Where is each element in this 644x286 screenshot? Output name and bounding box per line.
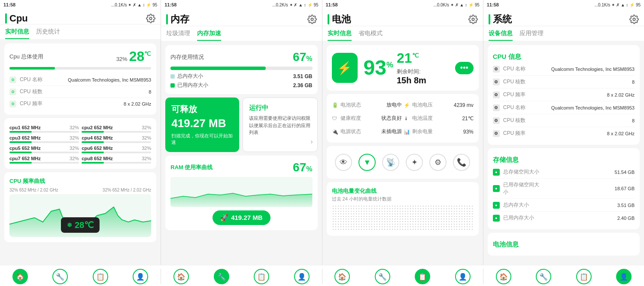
nav-home-sys[interactable]: 🏠 bbox=[496, 269, 511, 284]
toggle-bluetooth[interactable]: ✦ bbox=[406, 154, 423, 171]
sys-battery-title: 电池信息 bbox=[493, 238, 635, 250]
tab-bat-realtime[interactable]: 实时信息 bbox=[328, 26, 352, 41]
gear-icon-sys[interactable] bbox=[629, 15, 639, 24]
status-time-mem: 11:58 bbox=[164, 2, 176, 7]
sys-cpu-cores-2: ⚙ CPU 核数 8 bbox=[493, 114, 635, 127]
tab-sys-device[interactable]: 设备信息 bbox=[489, 26, 513, 41]
status-icons-sys: ...0.1K/s ✦ ✗ ▲ ↕ ⚡ 95 bbox=[595, 3, 641, 7]
cpu-panel: Cpu 实时信息 历史统计 Cpu 总体使用 32% 28℃ bbox=[0, 9, 161, 265]
nav-list-bat[interactable]: 📋 bbox=[415, 269, 430, 284]
core-5: cpu5 652 MHz32% bbox=[9, 146, 79, 153]
bat-tabs: 实时信息 省电模式 bbox=[322, 26, 483, 41]
sys-cpu-val-2: 8 bbox=[632, 79, 635, 85]
nav-home-bat[interactable]: 🏠 bbox=[334, 269, 350, 284]
cpu-progress-bar bbox=[9, 67, 151, 70]
battery-curve-card: 电池电量变化曲线 过去 24 小时的电量统计数据 bbox=[327, 182, 479, 236]
bstat-health: 🛡 健康程度 状态良好 bbox=[332, 113, 402, 124]
mem-used-label: 已用内存大小 bbox=[177, 82, 208, 89]
nav-list-cpu[interactable]: 📋 bbox=[93, 269, 108, 284]
toggle-eye[interactable]: 👁 bbox=[335, 154, 352, 171]
sys-cpu-icon-5: ⚙ bbox=[493, 117, 500, 124]
gear-icon[interactable] bbox=[146, 14, 155, 23]
release-value: 419.27 MB bbox=[171, 117, 233, 130]
mem-used-row: 已用内存大小 2.36 GB bbox=[170, 82, 312, 89]
more-button[interactable]: ••• bbox=[455, 62, 474, 74]
sys-mem-val-1: 3.51 GB bbox=[617, 203, 635, 208]
nav-tool-mem[interactable]: 🔧 bbox=[214, 269, 229, 284]
status-bar: 11:58 ...0.1K/s ✦ ✗ ▲ ↕ ⚡ 95 11:58 ...0.… bbox=[0, 0, 644, 9]
toggle-wifi[interactable]: ▼ bbox=[358, 154, 376, 171]
ram-badge[interactable]: 🚀 419.27 MB bbox=[213, 210, 270, 225]
nav-list-sys[interactable]: 📋 bbox=[576, 269, 592, 284]
mem-title-bar bbox=[166, 14, 168, 24]
bottom-nav: 🏠 🔧 📋 👤 🏠 🔧 📋 👤 🏠 🔧 📋 👤 🏠 🔧 📋 👤 bbox=[0, 265, 644, 286]
bstat-health-key: 健康程度 bbox=[340, 115, 361, 122]
running-desc: 该应用需要使用记录访问权限以便展示后台正在运行的应用列表 bbox=[249, 115, 311, 136]
nav-user-bat[interactable]: 👤 bbox=[455, 269, 471, 284]
cpu-tabs: 实时信息 历史统计 bbox=[0, 24, 161, 39]
nav-home-mem[interactable]: 🏠 bbox=[173, 269, 189, 284]
tab-mem-clean[interactable]: 垃圾清理 bbox=[166, 26, 190, 41]
bstat-power: 🔌 电源状态 未插电源 bbox=[332, 126, 402, 137]
battery-main-layout: ⚡ 93% 21℃ 剩余时间: 15h 8m bbox=[332, 50, 474, 85]
toggle-brightness[interactable]: ⚙ bbox=[429, 154, 447, 171]
temp-badge: ❄ 28℃ bbox=[61, 217, 100, 233]
battery-dot-chart bbox=[332, 205, 474, 231]
nav-tool-sys[interactable]: 🔧 bbox=[536, 269, 551, 284]
bstat-temp-key: 电池温度 bbox=[412, 115, 433, 122]
svg-point-0 bbox=[150, 17, 152, 20]
main-panels: Cpu 实时信息 历史统计 Cpu 总体使用 32% 28℃ bbox=[0, 9, 644, 265]
svg-point-2 bbox=[472, 18, 474, 21]
battery-stats-grid: 🔋 电池状态 放电中 ⚡ 电池电压 4239 mv 🛡 健康程度 状态良好 bbox=[332, 99, 474, 137]
sys-cpu-name-1: ⚙ CPU 名称 Qualcomm Technologies, Inc MSM8… bbox=[493, 63, 635, 76]
bstat-state: 🔋 电池状态 放电中 bbox=[332, 99, 402, 111]
mem-action-cards: 可释放 419.27 MB 扫描完成，你现在可以开始加速 运行中 该应用需要使用… bbox=[165, 97, 317, 152]
bstat-temp: 🌡 电池温度 21℃ bbox=[404, 113, 474, 124]
cpu-chart-labels: 32% 652 MHz / 2.02 GHz 32% 652 MHz / 2.0… bbox=[9, 188, 151, 192]
sys-content: CPU 信息 ⚙ CPU 名称 Qualcomm Technologies, I… bbox=[483, 41, 644, 265]
nav-user-cpu[interactable]: 👤 bbox=[133, 269, 148, 284]
sys-cpu-icon-4: ⚙ bbox=[493, 104, 500, 111]
mem-total-dot bbox=[170, 74, 175, 79]
cpu-name-key: CPU 名称 bbox=[20, 76, 46, 83]
sys-cpu-val-3: 8 x 2.02 GHz bbox=[607, 92, 635, 97]
tab-cpu-realtime[interactable]: 实时信息 bbox=[5, 24, 29, 39]
bstat-remaining-val: 93% bbox=[463, 129, 474, 135]
sys-storage-icon-3: ● bbox=[493, 202, 500, 209]
tab-sys-apps[interactable]: 应用管理 bbox=[519, 26, 544, 41]
bstat-remaining-key: 剩余电量 bbox=[412, 128, 433, 135]
core-7: cpu7 652 MHz32% bbox=[9, 156, 79, 164]
nav-tool-cpu[interactable]: 🔧 bbox=[52, 269, 68, 284]
sys-cpu-icon-6: ⚙ bbox=[493, 130, 500, 137]
ram-chart bbox=[170, 177, 312, 207]
toggle-data[interactable]: 📡 bbox=[382, 154, 399, 171]
battery-panel: 电池 实时信息 省电模式 ⚡ 93% 21℃ bbox=[322, 9, 483, 265]
bat-title-bar bbox=[328, 14, 329, 24]
nav-list-mem[interactable]: 📋 bbox=[254, 269, 269, 284]
sys-cpu-val-1: Qualcomm Technologies, Inc MSM8953 bbox=[551, 67, 635, 72]
running-card[interactable]: 运行中 该应用需要使用记录访问权限以便展示后台正在运行的应用列表 › bbox=[243, 97, 317, 152]
bstat-power-val: 未插电源 bbox=[381, 128, 402, 135]
nav-user-mem[interactable]: 👤 bbox=[294, 269, 310, 284]
battery-curve-title: 电池电量变化曲线 bbox=[332, 187, 474, 195]
core-8: cpu8 652 MHz32% bbox=[82, 156, 151, 164]
nav-user-sys[interactable]: 👤 bbox=[616, 269, 632, 284]
battery-time-val: 15h 8m bbox=[397, 76, 426, 85]
nav-tool-bat[interactable]: 🔧 bbox=[375, 269, 390, 284]
tab-cpu-history[interactable]: 历史统计 bbox=[36, 24, 60, 39]
gear-icon-mem[interactable] bbox=[307, 15, 317, 24]
sys-cpu-key-5: CPU 核数 bbox=[503, 117, 542, 124]
core-6: cpu6 652 MHz32% bbox=[82, 146, 151, 153]
release-card[interactable]: 可释放 419.27 MB 扫描完成，你现在可以开始加速 bbox=[165, 97, 239, 152]
bottom-nav-mem: 🏠 🔧 📋 👤 bbox=[161, 269, 322, 284]
sys-storage-val-1: 51.54 GB bbox=[615, 170, 635, 175]
status-time-cpu: 11:58 bbox=[3, 2, 15, 7]
tab-mem-boost[interactable]: 内存加速 bbox=[197, 26, 221, 41]
nav-home-cpu[interactable]: 🏠 bbox=[12, 269, 28, 284]
gear-icon-bat[interactable] bbox=[468, 15, 478, 24]
status-icons-mem: ...0.2K/s ✦ ✗ ▲ ↕ ⚡ 95 bbox=[272, 3, 318, 7]
tab-bat-save[interactable]: 省电模式 bbox=[358, 26, 383, 41]
mem-total-val: 3.51 GB bbox=[293, 73, 313, 79]
battery-percent: 93% bbox=[364, 58, 393, 78]
toggle-call[interactable]: 📞 bbox=[453, 154, 470, 171]
